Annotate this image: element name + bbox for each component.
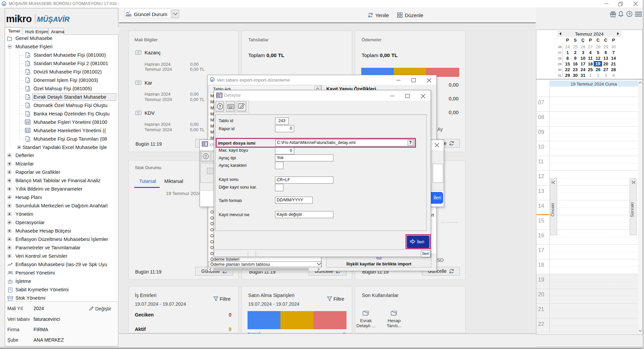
svg-text:?: ? [205,154,207,158]
svg-text:?: ? [219,104,221,109]
svg-text:µ: µ [211,78,213,82]
svg-text:mikro: mikro [6,13,32,24]
svg-text:µ: µ [3,2,5,6]
svg-text:MÜŞAVİR: MÜŞAVİR [37,15,70,23]
svg-text:?: ? [628,12,631,16]
